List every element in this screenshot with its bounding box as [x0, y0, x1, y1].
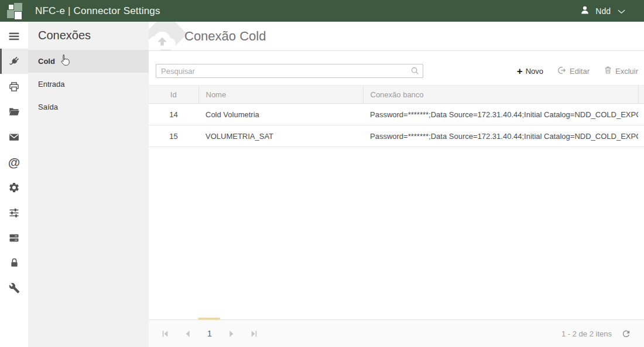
excluir-button[interactable]: Excluir — [604, 66, 638, 76]
sidebar-item-mail[interactable] — [0, 124, 28, 149]
column-header-stub — [638, 86, 644, 104]
panel-item-saida[interactable]: Saída — [28, 96, 149, 118]
editar-button[interactable]: Editar — [557, 66, 590, 77]
page-number[interactable]: 1 — [206, 329, 213, 338]
user-name: Ndd — [595, 6, 611, 16]
menu-icon — [8, 30, 20, 42]
cell-conexao: Password=*******;Data Source=172.31.40.4… — [363, 125, 638, 147]
sidebar-item-print[interactable] — [0, 74, 28, 99]
page-title: Conexão Cold — [184, 29, 266, 44]
panel-item-entrada[interactable]: Entrada — [28, 73, 149, 96]
edit-icon — [557, 66, 567, 77]
cloud-upload-icon — [149, 27, 176, 51]
table-header-row: Id Nome Conexão banco — [149, 86, 644, 104]
sidebar-item-files[interactable] — [0, 99, 28, 124]
first-page-button[interactable] — [162, 330, 169, 338]
pager-nav: 1 — [162, 329, 258, 338]
cell-conexao: Password=*******;Data Source=172.31.40.4… — [363, 104, 638, 125]
editar-label: Editar — [570, 67, 590, 76]
wrench-icon — [9, 283, 20, 294]
grid-toolbar: + Novo Editar — [517, 66, 638, 77]
sliders-icon — [8, 207, 20, 219]
lock-icon — [9, 257, 20, 268]
user-icon — [580, 5, 590, 18]
cell-nome: Cold Volumetria — [198, 104, 363, 125]
horizontal-scrollbar-thumb[interactable] — [198, 318, 220, 319]
topbar: NFC-e | Connector Settings Ndd — [0, 0, 644, 22]
plus-icon: + — [517, 66, 523, 76]
page-header: Conexão Cold — [149, 22, 644, 51]
last-page-button[interactable] — [251, 330, 258, 338]
sidebar-item-connections[interactable] — [0, 49, 28, 74]
column-header-id[interactable]: Id — [149, 86, 198, 104]
search-icon[interactable] — [410, 66, 420, 78]
printer-icon — [8, 81, 20, 93]
chevron-down-icon — [618, 6, 625, 16]
cell-nome: VOLUMETRIA_SAT — [198, 125, 363, 147]
sidebar-item-tools[interactable] — [0, 275, 28, 301]
panel-title: Conexões — [28, 22, 149, 42]
trash-icon — [604, 66, 612, 76]
plug-icon — [8, 55, 20, 67]
main-content: Conexão Cold + Novo — [149, 22, 644, 347]
pager-info: 1 - 2 de 2 itens — [561, 329, 612, 338]
search-input[interactable] — [156, 64, 423, 78]
table-row[interactable]: 14 Cold Volumetria Password=*******;Data… — [149, 104, 644, 125]
refresh-button[interactable] — [621, 329, 631, 339]
next-page-button[interactable] — [228, 330, 235, 338]
app-title: NFC-e | Connector Settings — [35, 5, 160, 17]
sidebar-item-email-config[interactable]: @ — [0, 149, 28, 175]
table-row[interactable]: 15 VOLUMETRIA_SAT Password=*******;Data … — [149, 125, 644, 147]
connections-table: Id Nome Conexão banco 14 Cold Volumetria… — [149, 85, 644, 147]
server-icon — [8, 232, 20, 244]
envelope-icon — [8, 131, 20, 143]
novo-button[interactable]: + Novo — [517, 66, 543, 76]
user-menu[interactable]: Ndd — [580, 5, 625, 18]
sidebar-item-settings[interactable] — [0, 175, 28, 200]
app-logo-icon — [7, 2, 23, 20]
menu-toggle-button[interactable] — [0, 23, 28, 49]
search-box — [156, 64, 423, 78]
excluir-label: Excluir — [615, 67, 638, 76]
previous-page-button[interactable] — [184, 330, 191, 338]
cell-id: 14 — [149, 104, 198, 125]
novo-label: Novo — [526, 67, 543, 76]
at-sign-icon: @ — [8, 156, 20, 168]
sidebar-item-parameters[interactable] — [0, 200, 28, 225]
cell-id: 15 — [149, 125, 198, 147]
gear-icon — [8, 182, 20, 193]
connections-panel: Conexões Cold Entrada Saída — [28, 22, 149, 347]
folder-open-icon — [8, 106, 20, 118]
icon-sidebar: @ — [0, 22, 28, 347]
column-header-conexao[interactable]: Conexão banco — [363, 86, 638, 104]
panel-item-cold[interactable]: Cold — [28, 50, 149, 73]
sidebar-item-security[interactable] — [0, 250, 28, 275]
column-header-nome[interactable]: Nome — [198, 86, 363, 104]
pager-bar: 1 1 - 2 de 2 itens — [149, 319, 644, 347]
sidebar-item-services[interactable] — [0, 225, 28, 250]
